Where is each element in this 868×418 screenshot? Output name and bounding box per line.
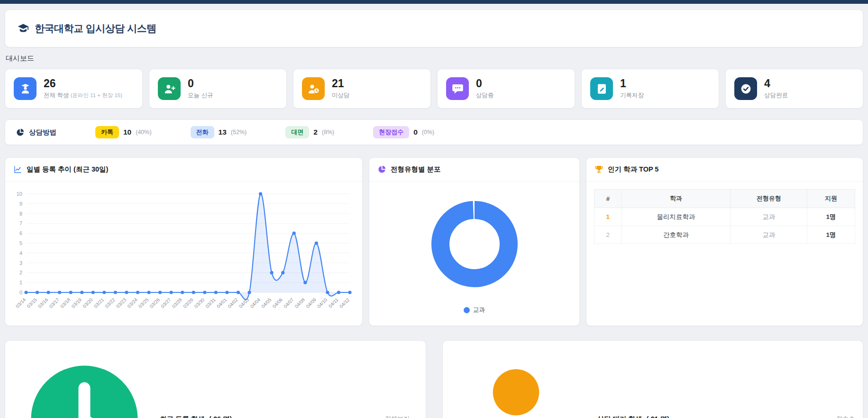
- svg-text:03/23: 03/23: [115, 297, 128, 309]
- app-title: 한국대학교 입시상담 시스템: [35, 22, 156, 35]
- table-head: #학과전형유형지원: [594, 190, 855, 208]
- svg-text:03/19: 03/19: [71, 297, 83, 309]
- waiting-students-card: 상담 대기 학생 ( 21 명) 접수순 #이름고등학교관심전형제출일상담1최민…: [442, 340, 864, 418]
- svg-text:04/05: 04/05: [260, 297, 273, 309]
- svg-text:03/14: 03/14: [15, 297, 27, 309]
- stat-card: 1기록저장: [581, 69, 719, 109]
- stat-text: 0상담중: [476, 78, 494, 100]
- stat-card: 21미상담: [293, 69, 431, 109]
- stat-value: 26: [44, 78, 122, 90]
- svg-text:04/12: 04/12: [338, 297, 351, 309]
- donut: [403, 189, 546, 301]
- trend-line-chart-svg: 01234567891003/1403/1503/1603/1703/1803/…: [12, 187, 356, 321]
- admission-type-cell: 교과: [731, 208, 807, 226]
- svg-text:04/07: 04/07: [283, 297, 295, 309]
- admission-type-chart: 교과: [369, 182, 579, 314]
- top5-title: 인기 학과 TOP 5: [608, 165, 658, 174]
- stat-icon-box: [302, 77, 325, 100]
- top-accent-bar: [0, 0, 868, 4]
- pie-chart-icon: [16, 128, 25, 137]
- student-tables-row: 최근 등록 학생 ( 26 명) 전체보기 → #이름고등학교관심전형제출일상태…: [5, 340, 863, 418]
- table-row: 2간호학과교과1명: [594, 226, 855, 244]
- column-header: 학과: [621, 190, 731, 208]
- stat-card: 4상담완료: [725, 69, 863, 109]
- svg-text:0: 0: [19, 290, 22, 295]
- consult-method-item: 대면2(8%): [285, 126, 334, 138]
- column-header: #: [594, 190, 621, 208]
- stat-icon-box: [590, 77, 613, 100]
- sort-order-label[interactable]: 접수순: [836, 415, 855, 418]
- svg-text:03/25: 03/25: [137, 297, 150, 309]
- svg-text:03/27: 03/27: [160, 297, 172, 309]
- svg-text:1: 1: [19, 280, 22, 285]
- note-pencil-icon: [595, 82, 608, 95]
- daily-trend-chart: 01234567891003/1403/1503/1603/1703/1803/…: [5, 182, 362, 326]
- legend-dot: [464, 307, 470, 313]
- admission-type-cell: 교과: [731, 226, 807, 244]
- legend-label: 교과: [473, 306, 485, 314]
- method-badge: 카톡: [95, 126, 119, 138]
- svg-text:7: 7: [19, 220, 22, 226]
- table-row: 1물리치료학과교과1명: [594, 208, 855, 226]
- svg-text:03/28: 03/28: [171, 297, 183, 309]
- rank-cell: 1: [594, 208, 621, 226]
- method-count: 0: [413, 128, 418, 136]
- svg-text:03/18: 03/18: [59, 297, 72, 309]
- stat-card: 0상담중: [437, 69, 575, 109]
- stat-label: 오늘 신규: [188, 91, 213, 100]
- admission-type-card: 전형유형별 분포 교과: [369, 157, 580, 326]
- check-circle-icon: [740, 82, 752, 95]
- stat-text: 0오늘 신규: [188, 78, 213, 100]
- admission-type-title: 전형유형별 분포: [391, 165, 441, 174]
- top5-table: #학과전형유형지원1물리치료학과교과1명2간호학과교과1명: [594, 189, 855, 244]
- department-cell: 물리치료학과: [621, 208, 731, 226]
- stat-text: 1기록저장: [620, 78, 644, 100]
- svg-text:03/16: 03/16: [37, 297, 49, 309]
- svg-text:5: 5: [19, 240, 22, 246]
- svg-text:04/04: 04/04: [249, 297, 262, 309]
- svg-text:04/09: 04/09: [305, 297, 317, 309]
- graduation-student-icon: [19, 82, 32, 95]
- svg-text:04/11: 04/11: [328, 297, 339, 309]
- stat-label: 상담완료: [764, 91, 788, 100]
- svg-text:3: 3: [19, 260, 22, 266]
- user-clock-icon: [307, 82, 320, 95]
- table-head-row: #학과전형유형지원: [594, 190, 855, 208]
- stat-value: 21: [332, 78, 350, 90]
- waiting-students-header: 상담 대기 학생 ( 21 명) 접수순: [443, 341, 863, 418]
- method-badge: 현장접수: [373, 126, 409, 138]
- stat-text: 4상담완료: [764, 78, 788, 100]
- column-header: 지원: [807, 190, 855, 208]
- method-count: 10: [123, 128, 131, 136]
- stat-card: 0오늘 신규: [149, 69, 287, 109]
- svg-text:03/30: 03/30: [193, 297, 206, 309]
- admission-type-header: 전형유형별 분포: [369, 158, 579, 182]
- view-all-link[interactable]: 전체보기 →: [385, 415, 418, 418]
- charts-row: 일별 등록 추이 (최근 30일) 01234567891003/1403/15…: [5, 157, 863, 326]
- svg-text:04/06: 04/06: [272, 297, 284, 309]
- person-icon: [451, 348, 593, 418]
- stat-label: 상담중: [476, 91, 494, 100]
- svg-text:2: 2: [19, 270, 22, 275]
- top5-card: 인기 학과 TOP 5 #학과전형유형지원1물리치료학과교과1명2간호학과교과1…: [586, 157, 863, 326]
- method-percent: (0%): [422, 129, 434, 136]
- method-count: 2: [313, 128, 318, 136]
- applicants-cell: 1명: [807, 226, 855, 244]
- svg-text:04/10: 04/10: [316, 297, 329, 309]
- consult-method-bar: 상담방법 카톡10(40%)전화13(52%)대면2(8%)현장접수0(0%): [5, 119, 863, 145]
- svg-text:03/21: 03/21: [93, 297, 105, 309]
- line-chart-icon: [13, 165, 22, 174]
- trophy-icon: [594, 165, 603, 174]
- stat-value: 0: [476, 78, 494, 90]
- svg-text:03/24: 03/24: [126, 297, 138, 309]
- consult-method-label: 상담방법: [29, 128, 56, 137]
- svg-text:04/02: 04/02: [227, 297, 239, 309]
- waiting-students-title: 상담 대기 학생: [597, 415, 642, 418]
- svg-text:03/26: 03/26: [149, 297, 161, 309]
- stat-value: 0: [188, 78, 213, 90]
- stat-text: 26전체 학생 (온라인 11 + 현장 15): [44, 78, 122, 100]
- consult-method-title: 상담방법: [16, 128, 56, 137]
- dashboard-page: 한국대학교 입시상담 시스템 대시보드 26전체 학생 (온라인 11 + 현장…: [0, 4, 868, 418]
- consult-method-item: 카톡10(40%): [95, 126, 152, 138]
- consult-method-items: 카톡10(40%)전화13(52%)대면2(8%)현장접수0(0%): [95, 126, 434, 138]
